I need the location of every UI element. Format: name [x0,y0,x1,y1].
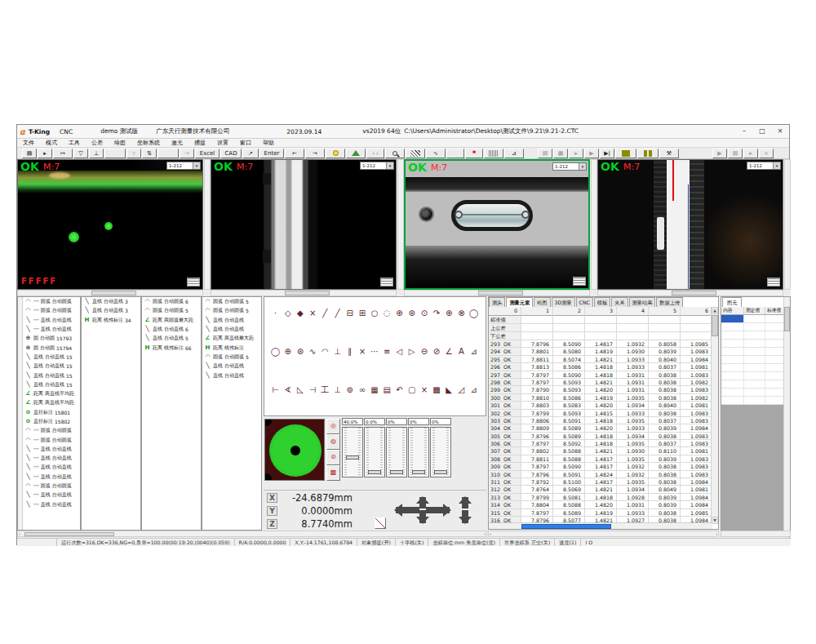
menu-item-绘图[interactable]: 绘图 [109,139,131,147]
table-row[interactable]: 310OK7.87968.50911.48241.09320.80381.098… [489,471,712,478]
light-slider-thumb[interactable] [434,470,447,474]
tool-icon[interactable]: ⊕ [393,307,406,319]
menu-item-捕捉[interactable]: 捕捉 [188,139,211,147]
blank-3-button[interactable] [446,149,464,158]
measure-item[interactable]: ╲直线自动直线15 [18,380,80,389]
tool-icon[interactable]: ▢ [406,384,418,396]
tool-icon[interactable]: ⊣ [307,384,319,396]
list-scrollbar[interactable] [18,297,23,530]
tool-icon[interactable]: ◇ [282,307,294,319]
light-icon-button-3[interactable]: ⊘ [326,450,340,465]
measure-item[interactable]: ∠距离两直线平均距 [18,389,80,398]
camera-adjust-icon[interactable] [573,277,586,286]
tool-icon[interactable]: ◿ [455,384,468,396]
camera-adjust-icon[interactable] [187,278,200,286]
minus-minus-button[interactable]: - - [366,149,384,158]
table-row[interactable]: 301OK7.88038.50831.48201.09340.80401.098… [489,402,712,409]
element-row[interactable] [721,348,785,356]
tool-icon[interactable]: · [269,307,282,319]
play-2-button[interactable]: ▶ [712,149,727,158]
table-row[interactable]: 306OK7.87978.50921.48181.09350.80371.098… [489,440,712,447]
measure-item[interactable]: ╲直线自动直线 [202,371,261,380]
tool-icon[interactable]: ◆ [294,307,306,319]
measure-item[interactable]: ◠***圆弧自动圆弧 [18,306,80,315]
measure-item[interactable]: ∠距离两圆弧最大距 [142,316,201,325]
tool-icon[interactable]: ╱ [319,307,331,319]
probe-button[interactable]: ▽ [73,149,88,158]
image-view-button[interactable] [346,149,366,158]
pause-button[interactable] [637,149,659,158]
chevron-down-icon[interactable]: ▾ [773,162,780,169]
camera-selector[interactable]: 1-212▾ [552,162,587,171]
tab-3D测量[interactable]: 3D测量 [552,297,575,307]
camera-panel-4[interactable]: OK M:7 1-212▾ [597,159,791,296]
measure-item[interactable]: ╲***直线自动直线 [18,325,80,334]
tool-icon[interactable]: ∥ [344,345,356,358]
tool-icon[interactable]: ◠ [319,345,331,358]
measure-item[interactable]: H距离线性标注34 [82,316,140,325]
measure-item[interactable]: H距离线性标注 [202,343,261,352]
light-slider-track[interactable] [386,427,407,477]
measure-item[interactable]: ◠圆弧自动圆弧5 [202,297,261,306]
element-panel-rows[interactable] [721,315,785,405]
light-slider-thumb[interactable] [368,470,381,474]
tool-icon[interactable]: ◺ [294,384,306,396]
tool-icon[interactable]: ╱ [331,307,344,319]
play-to-end-button[interactable]: ▶| [600,149,614,158]
table-row[interactable]: 298OK7.87978.50931.48211.09310.80381.098… [489,379,712,386]
open-folder-button[interactable]: ▸ [38,149,52,158]
table-row[interactable]: 304OK7.88098.50891.48201.09330.80391.098… [489,424,712,432]
tool-icon[interactable]: ⊙ [418,307,430,319]
camera-vscrollbar[interactable] [591,159,597,290]
light-slider-track[interactable] [408,427,429,477]
measure-item[interactable]: ◠***圆弧自动圆弧 [18,482,80,491]
open-2-button[interactable]: ▸ [743,149,758,158]
menu-item-坐标系统[interactable]: 坐标系统 [131,139,166,147]
table-row[interactable]: 294OK7.88018.50801.48191.09300.80391.098… [489,348,712,355]
tool-icon[interactable]: ⊗ [455,307,468,319]
table-row[interactable]: 302OK7.87998.50931.48151.09330.80381.098… [489,410,712,417]
menu-item-激光[interactable]: 激光 [166,139,188,147]
light-icon-button-1[interactable]: ◎ [326,419,340,434]
camera-selector[interactable]: 1-212▾ [166,162,201,170]
z-updown-button[interactable]: ⇅ [142,149,157,158]
camera-vscrollbar[interactable] [397,159,404,290]
tool-icon[interactable]: ∠ [443,345,455,358]
measure-item[interactable]: ⊖直径标注15802 [18,417,80,426]
measure-item[interactable]: ∠距离两直线平均距 [18,398,80,407]
tool-icon[interactable]: ◁ [393,345,406,358]
measure-item[interactable]: ╲直线自动直线15 [18,371,80,380]
table-row[interactable]: 305OK7.87968.50891.48181.09340.80381.098… [489,433,712,440]
table-vscrollbar[interactable]: ▲▼ [711,307,718,524]
tool-icon[interactable]: ⊛ [294,345,306,358]
camera-adjust-icon[interactable] [767,278,780,286]
measure-item[interactable]: ⊕圆自动圆15794 [18,343,80,352]
table-row[interactable]: 309OK7.87978.50901.48171.09320.80381.098… [489,463,712,470]
tab-绘图[interactable]: 绘图 [534,297,550,307]
minimize-button[interactable]: – [735,125,753,139]
tool-icon[interactable]: ↷ [430,307,442,319]
measure-item[interactable]: ╲直线自动直线15 [18,362,80,371]
tool-icon[interactable]: ⊘ [430,345,442,358]
measure-item[interactable]: ╲直线自动直线6 [142,325,201,334]
table-row[interactable]: 311OK7.87928.51001.48171.09350.80381.098… [489,478,712,486]
light-slider-thumb[interactable] [390,470,403,474]
measure-item[interactable]: ⊖直径标注15801 [18,408,80,417]
tool-icon[interactable]: ⊕ [443,307,455,319]
measure-item[interactable]: H距离线性标注66 [142,343,201,352]
tool-icon[interactable]: ⊕ [282,345,294,358]
table-row[interactable]: 295OK7.88118.50741.48211.09330.80401.098… [489,356,712,363]
measure-item[interactable]: ╲直线自动直线3 [82,306,140,315]
element-row[interactable] [721,389,785,397]
tool-icon[interactable]: × [356,345,368,358]
tool-icon[interactable]: A [455,345,468,358]
element-row[interactable] [721,331,785,340]
light-slider-track[interactable] [430,427,451,477]
light-slider-track[interactable] [342,427,363,477]
measure-item[interactable]: ◠圆弧自动圆弧5 [202,306,261,315]
tool-icon[interactable]: ⋯ [369,345,381,358]
delete-tool-button[interactable]: × [759,149,774,158]
measure-item[interactable]: ╲***直线自动直线 [18,316,80,325]
run-open-button[interactable]: ▸ [569,149,583,158]
tool-icon[interactable]: ⊥ [331,384,344,396]
